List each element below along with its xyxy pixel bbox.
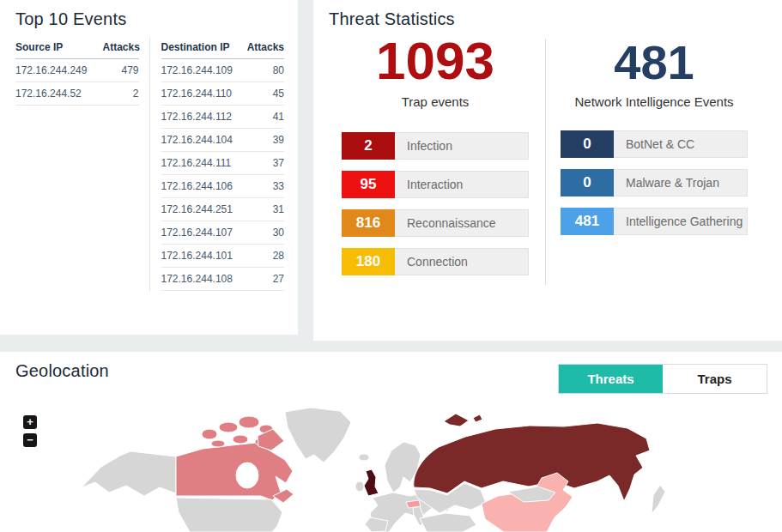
botnet-badge: 0 BotNet & CC <box>561 130 748 158</box>
table-row: 172.16.244.10980 <box>161 59 285 82</box>
category-count: 0 <box>561 169 614 196</box>
map-zoom-controls: + − <box>23 415 37 451</box>
source-ip-header: Source IP <box>15 38 103 59</box>
table-row: 172.16.244.10439 <box>161 129 285 152</box>
destination-ip-cell: 172.16.244.111 <box>161 152 247 175</box>
destination-ip-cell: 172.16.244.104 <box>161 129 247 152</box>
reconnaissance-badge: 816 Reconnaissance <box>342 209 529 237</box>
trap-events-column: 1093 Trap events 2 Infection 95 Interact… <box>342 33 529 287</box>
threat-statistics-panel: Threat Statistics 1093 Trap events 2 Inf… <box>313 0 782 341</box>
map-country-bulgaria[interactable] <box>406 500 421 508</box>
infection-badge: 2 Infection <box>342 132 529 160</box>
attacks-cell: 33 <box>246 175 284 198</box>
destination-ip-cell: 172.16.244.110 <box>161 82 247 106</box>
interaction-badge: 95 Interaction <box>342 171 529 198</box>
attacks-header: Attacks <box>103 38 139 59</box>
category-label: Interaction <box>395 172 528 197</box>
table-row: 172.16.244.10633 <box>161 175 285 198</box>
network-intelligence-count: 481 <box>561 33 748 88</box>
source-ip-table: Source IP Attacks 172.16.244.249 479 172… <box>15 38 150 291</box>
attacks-cell: 41 <box>246 106 284 129</box>
map-canada-island[interactable] <box>211 440 225 447</box>
destination-ip-cell: 172.16.244.106 <box>161 175 247 198</box>
map-country-uk[interactable] <box>364 469 379 496</box>
category-count: 180 <box>342 248 395 275</box>
category-count: 95 <box>342 171 395 198</box>
attacks-cell: 30 <box>246 221 284 245</box>
map-country-alaska[interactable] <box>82 451 176 496</box>
column-divider <box>545 39 546 285</box>
category-count: 2 <box>342 132 395 160</box>
category-label: Malware & Trojan <box>614 170 747 196</box>
category-label: Intelligence Gathering <box>614 209 747 234</box>
table-row: 172.16.244.52 2 <box>15 82 139 106</box>
attacks-header: Attacks <box>246 38 284 59</box>
top-events-panel: Top 10 Events Source IP Attacks 172.16.2… <box>0 0 298 335</box>
destination-ip-cell: 172.16.244.101 <box>161 245 247 268</box>
map-canada-island[interactable] <box>202 429 217 439</box>
network-intelligence-label: Network Intelligence Events <box>561 94 748 109</box>
trap-events-count: 1093 <box>342 33 529 88</box>
table-row: 172.16.244.11045 <box>161 82 285 106</box>
source-ip-cell: 172.16.244.52 <box>15 82 103 106</box>
category-label: BotNet & CC <box>614 131 747 157</box>
destination-ip-cell: 172.16.244.112 <box>161 106 247 129</box>
table-row: 172.16.244.25131 <box>161 198 285 221</box>
threats-toggle-button[interactable]: Threats <box>559 365 663 393</box>
map-country-japan[interactable] <box>652 485 665 514</box>
attacks-cell: 27 <box>246 268 284 291</box>
map-country-greenland[interactable] <box>285 408 351 462</box>
top-events-tables: Source IP Attacks 172.16.244.249 479 172… <box>0 29 298 291</box>
map-country-usa[interactable] <box>176 498 282 532</box>
map-hudson-bay <box>236 462 258 488</box>
destination-ip-table: Destination IP Attacks 172.16.244.10980 … <box>150 38 285 291</box>
map-country-iceland[interactable] <box>359 454 369 461</box>
zoom-out-button[interactable]: − <box>23 433 37 447</box>
trap-events-label: Trap events <box>342 94 529 109</box>
category-label: Infection <box>395 133 528 159</box>
destination-ip-cell: 172.16.244.251 <box>161 198 247 221</box>
category-label: Connection <box>395 249 528 275</box>
map-russia-islands[interactable] <box>473 414 482 422</box>
network-intelligence-column: 481 Network Intelligence Events 0 BotNet… <box>561 33 748 246</box>
table-row: 172.16.244.10128 <box>161 245 285 268</box>
connection-badge: 180 Connection <box>342 248 529 275</box>
attacks-cell: 37 <box>246 152 284 175</box>
destination-ip-cell: 172.16.244.107 <box>161 221 247 245</box>
map-country-ireland[interactable] <box>355 481 364 492</box>
category-label: Reconnaissance <box>395 210 528 236</box>
map-mode-toggle: Threats Traps <box>558 364 767 394</box>
trap-category-badges: 2 Infection 95 Interaction 816 Reconnais… <box>342 132 529 275</box>
category-count: 816 <box>342 209 395 237</box>
intelligence-gathering-badge: 481 Intelligence Gathering <box>561 208 748 235</box>
attacks-cell: 31 <box>246 198 284 221</box>
malware-badge: 0 Malware & Trojan <box>561 169 748 196</box>
attacks-cell: 2 <box>103 82 139 106</box>
table-row: 172.16.244.10827 <box>161 268 285 291</box>
table-row: 172.16.244.11241 <box>161 106 285 129</box>
attacks-cell: 80 <box>246 59 284 82</box>
map-russia-islands[interactable] <box>444 414 469 426</box>
category-count: 0 <box>561 130 614 158</box>
world-map[interactable] <box>0 403 782 532</box>
geolocation-panel: Geolocation Threats Traps + − <box>0 352 782 532</box>
zoom-in-button[interactable]: + <box>23 415 37 429</box>
category-count: 481 <box>561 208 614 235</box>
source-ip-cell: 172.16.244.249 <box>15 59 103 82</box>
attacks-cell: 479 <box>103 59 139 82</box>
destination-ip-cell: 172.16.244.108 <box>161 268 247 291</box>
destination-ip-cell: 172.16.244.109 <box>161 59 247 82</box>
threat-statistics-title: Threat Statistics <box>313 0 782 29</box>
traps-toggle-button[interactable]: Traps <box>663 365 767 393</box>
table-row: 172.16.244.249 479 <box>15 59 139 82</box>
intel-category-badges: 0 BotNet & CC 0 Malware & Trojan 481 Int… <box>561 130 748 235</box>
map-canada-island[interactable] <box>233 435 248 444</box>
attacks-cell: 28 <box>246 245 284 268</box>
map-region-middle-east[interactable] <box>420 513 476 532</box>
map-country-canada[interactable] <box>176 443 293 500</box>
map-canada-island[interactable] <box>239 416 259 428</box>
destination-ip-header: Destination IP <box>161 38 247 59</box>
attacks-cell: 39 <box>246 129 284 152</box>
table-row: 172.16.244.11137 <box>161 152 285 175</box>
map-canada-island[interactable] <box>219 422 238 432</box>
